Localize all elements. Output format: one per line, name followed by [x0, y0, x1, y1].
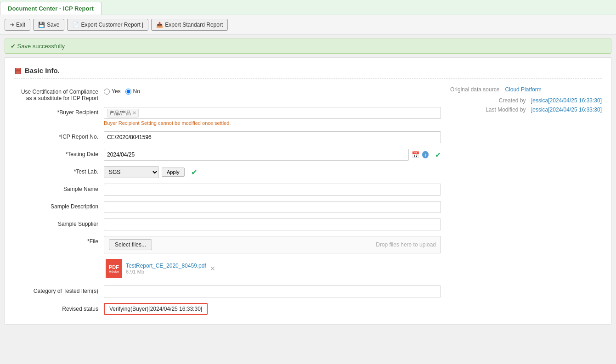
sample-supplier-label: Sample Supplier	[14, 218, 104, 227]
last-modified-value: jessica[2024/04/25 16:33:30]	[531, 106, 602, 113]
orig-source-label: Original data source	[450, 86, 499, 93]
category-control	[104, 286, 441, 297]
file-name[interactable]: TestReport_CE_2020_80459.pdf	[126, 263, 206, 269]
file-delete-icon[interactable]: ✕	[210, 265, 215, 272]
cert-compliance-row: Use Certification of Compliance as a sub…	[14, 86, 441, 101]
orig-source-value: Cloud Platform	[505, 86, 541, 93]
icp-report-no-control	[104, 131, 441, 143]
file-label: *File	[14, 236, 104, 245]
file-row: *File Select files... Drop files here to…	[14, 236, 441, 280]
export-standard-icon: 📤	[156, 22, 163, 28]
tab-icp-report[interactable]: Document Center - ICP Report	[0, 2, 102, 15]
apply-button[interactable]: Apply	[162, 168, 185, 177]
sample-supplier-row: Sample Supplier	[14, 218, 441, 230]
cert-compliance-label: Use Certification of Compliance as a sub…	[14, 86, 104, 101]
buyer-warning: Buyer Recipient Setting cannot be modifi…	[104, 120, 441, 126]
sample-name-control	[104, 184, 441, 196]
category-label: Category of Tested Item(s)	[14, 286, 104, 294]
file-size: 6.91 Mb	[126, 269, 206, 274]
test-lab-select[interactable]: SGS	[104, 166, 159, 178]
testing-date-control: 📅 i ✔	[104, 149, 441, 161]
radio-no-label[interactable]: No	[125, 88, 140, 95]
file-upload-area: Select files... Drop files here to uploa…	[104, 236, 441, 253]
test-lab-control: SGS Apply ✔	[104, 166, 441, 178]
file-item: PDF Adobe TestReport_CE_2020_80459.pdf 6…	[104, 257, 441, 280]
revised-status-row: Revised status Verifying(Buyer)[2024/04/…	[14, 303, 441, 315]
sample-description-input[interactable]	[104, 201, 441, 213]
file-info: TestReport_CE_2020_80459.pdf 6.91 Mb	[126, 263, 206, 274]
created-by-label: Created by	[499, 97, 526, 104]
date-valid-icon: ✔	[435, 151, 441, 159]
select-files-button[interactable]: Select files...	[109, 239, 152, 250]
radio-yes-label[interactable]: Yes	[104, 88, 121, 95]
category-input[interactable]	[104, 286, 441, 297]
section-title: ▤ Basic Info.	[14, 62, 602, 79]
sample-supplier-input[interactable]	[104, 218, 441, 230]
category-row: Category of Tested Item(s)	[14, 286, 441, 297]
success-message: ✔ Save successfully	[5, 39, 611, 54]
export-customer-button[interactable]: 📄 Export Customer Report |	[67, 19, 148, 31]
revised-status-value: Verifying(Buyer)[2024/04/25 16:33:30]	[104, 303, 208, 315]
radio-yes[interactable]	[104, 89, 110, 95]
form-section: Use Certification of Compliance as a sub…	[14, 86, 602, 315]
pdf-icon: PDF Adobe	[106, 259, 122, 278]
save-icon: 💾	[38, 22, 45, 28]
buyer-recipient-input[interactable]: 产品/产品 ✕	[104, 107, 441, 119]
file-control: Select files... Drop files here to uploa…	[104, 236, 441, 280]
testing-date-input[interactable]	[104, 149, 409, 161]
info-icon[interactable]: i	[422, 151, 429, 158]
buyer-recipient-row: *Buyer Recipient 产品/产品 ✕ Buyer Recipient…	[14, 107, 441, 126]
sample-description-label: Sample Description	[14, 201, 104, 210]
test-lab-label: *Test Lab.	[14, 166, 104, 175]
buyer-recipient-label: *Buyer Recipient	[14, 107, 104, 116]
calendar-icon[interactable]: 📅	[412, 151, 419, 158]
icp-report-no-row: *ICP Report No.	[14, 131, 441, 143]
testing-date-row: *Testing Date 📅 i ✔	[14, 149, 441, 161]
sample-description-control	[104, 201, 441, 213]
buyer-recipient-control: 产品/产品 ✕ Buyer Recipient Setting cannot b…	[104, 107, 441, 126]
export-customer-icon: 📄	[72, 22, 79, 28]
cert-compliance-radio-group: Yes No	[104, 86, 441, 95]
test-lab-valid-icon: ✔	[191, 168, 197, 177]
export-standard-button[interactable]: 📤 Export Standard Report	[151, 19, 228, 31]
form-left: Use Certification of Compliance as a sub…	[14, 86, 441, 315]
toolbar: ➜ Exit 💾 Save 📄 Export Customer Report |…	[0, 15, 616, 35]
buyer-tag-remove[interactable]: ✕	[132, 110, 136, 116]
exit-icon: ➜	[10, 22, 14, 28]
sample-name-row: Sample Name	[14, 184, 441, 196]
last-modified-row: Last Modified by jessica[2024/04/25 16:3…	[450, 106, 602, 113]
radio-no[interactable]	[125, 89, 131, 95]
save-button[interactable]: 💾 Save	[33, 19, 64, 31]
icp-report-no-input[interactable]	[104, 131, 441, 143]
exit-button[interactable]: ➜ Exit	[5, 19, 30, 31]
form-right: Original data source Cloud Platform Crea…	[441, 86, 602, 315]
icp-report-no-label: *ICP Report No.	[14, 131, 104, 140]
testing-date-label: *Testing Date	[14, 149, 104, 157]
sample-name-input[interactable]	[104, 184, 441, 196]
main-content: ▤ Basic Info. Use Certification of Compl…	[5, 57, 611, 325]
created-by-row: Created by jessica[2024/04/25 16:33:30]	[450, 97, 602, 104]
sample-supplier-control	[104, 218, 441, 230]
sample-name-label: Sample Name	[14, 184, 104, 192]
drop-hint: Drop files here to upload	[376, 241, 436, 248]
test-lab-row: *Test Lab. SGS Apply ✔	[14, 166, 441, 178]
basic-info-icon: ▤	[14, 66, 21, 75]
orig-source-row: Original data source Cloud Platform	[450, 86, 602, 93]
revised-status-label: Revised status	[14, 306, 104, 312]
created-by-value: jessica[2024/04/25 16:33:30]	[531, 97, 602, 104]
sample-description-row: Sample Description	[14, 201, 441, 213]
last-modified-label: Last Modified by	[486, 106, 526, 113]
buyer-tag: 产品/产品 ✕	[107, 109, 139, 118]
